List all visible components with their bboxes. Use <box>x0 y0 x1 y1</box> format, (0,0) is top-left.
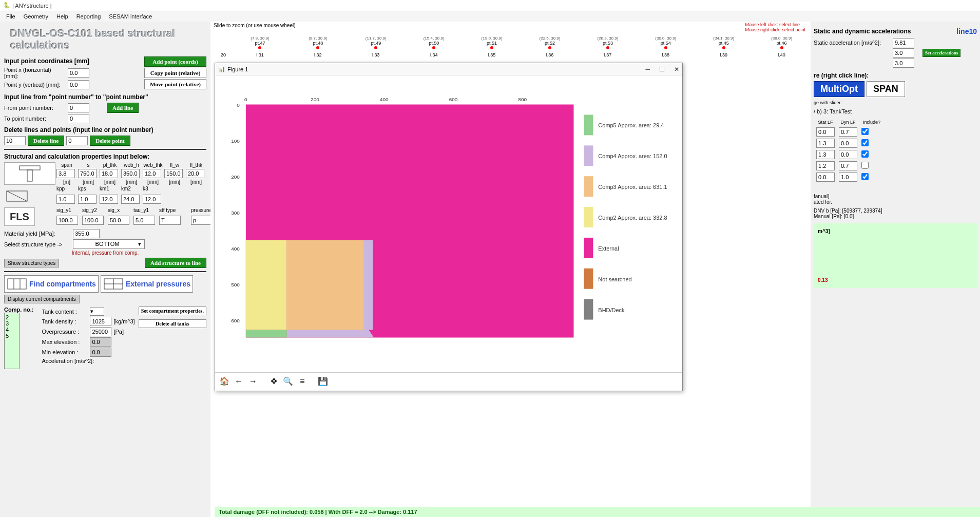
line-name: line10 <box>956 27 977 35</box>
dyn1-input[interactable] <box>893 48 914 58</box>
add-line-button[interactable]: Add line <box>107 103 139 113</box>
v-flt[interactable] <box>186 169 204 178</box>
del-line-input[interactable] <box>4 136 26 145</box>
comp-item[interactable]: 5 <box>6 333 18 339</box>
lf-5a[interactable] <box>816 173 835 182</box>
comp-item[interactable]: 2 <box>6 314 18 320</box>
v-span[interactable] <box>56 169 75 178</box>
add-point-button[interactable]: Add point (coords) <box>144 56 206 67</box>
add-structure-button[interactable]: Add structure to line <box>145 258 206 268</box>
structure-type-dropdown[interactable]: BOTTOM ▾ <box>73 239 145 249</box>
menu-help[interactable]: Help <box>52 13 72 20</box>
info5: m^3] <box>818 227 973 235</box>
pan-icon[interactable]: ✥ <box>267 375 280 388</box>
to-input[interactable] <box>68 114 89 123</box>
canvas-panel: Slide to zoom (or use mouse wheel) Mouse… <box>210 22 811 517</box>
v-sx[interactable] <box>108 216 129 225</box>
lf-4b[interactable] <box>839 161 857 170</box>
v-km2[interactable] <box>121 195 140 204</box>
h-sx: sig_x <box>108 207 132 215</box>
maximize-icon[interactable]: ☐ <box>659 66 665 73</box>
show-types-button[interactable]: Show structure types <box>4 259 59 267</box>
lf-5b[interactable] <box>839 173 857 182</box>
tank-density-input[interactable] <box>90 317 111 326</box>
plot-svg: 0 200 400 600 800 0 100 200 300 400 500 … <box>215 75 682 372</box>
menu-sesam[interactable]: SESAM interface <box>105 13 156 20</box>
display-compartments-button[interactable]: Display current compartments <box>4 295 80 303</box>
include-4[interactable] <box>861 162 869 169</box>
include-3[interactable] <box>861 150 869 158</box>
comp-list[interactable]: 2 3 4 5 <box>4 313 20 369</box>
delete-point-button[interactable]: Delete point <box>90 136 130 146</box>
v-k3[interactable] <box>143 195 161 204</box>
v-km1[interactable] <box>100 195 118 204</box>
lf-3b[interactable] <box>839 150 857 159</box>
dyn2-input[interactable] <box>893 59 914 68</box>
accel-title: Static and dynamic accelerations <box>814 28 911 35</box>
span-button[interactable]: SPAN <box>867 81 905 97</box>
lf-1a[interactable] <box>816 127 835 137</box>
stat-accel-input[interactable] <box>893 38 914 47</box>
v-wh[interactable] <box>121 169 140 178</box>
app-icon: 🐍 <box>3 2 10 9</box>
copy-point-button[interactable]: Copy point (relative) <box>144 68 206 78</box>
yield-input[interactable] <box>73 229 100 238</box>
comp-item[interactable]: 3 <box>6 320 18 327</box>
delete-line-button[interactable]: Delete line <box>28 136 64 146</box>
find-compartments-button[interactable]: Find compartments <box>4 275 99 293</box>
v-sy1[interactable] <box>56 216 78 225</box>
delete-tanks-button[interactable]: Delete all tanks <box>139 319 206 328</box>
multiopt-button[interactable]: MultiOpt <box>814 81 864 97</box>
svg-text:BHD/Deck: BHD/Deck <box>598 307 625 313</box>
home-icon[interactable]: 🏠 <box>218 375 230 388</box>
lf-3a[interactable] <box>816 150 835 159</box>
include-5[interactable] <box>861 173 869 180</box>
del-pt-input[interactable] <box>66 136 88 145</box>
zoom-icon[interactable]: 🔍 <box>282 375 294 388</box>
window-title: | ANYstructure | <box>12 3 52 9</box>
include-1[interactable] <box>861 128 869 135</box>
pt-y-input[interactable] <box>68 80 89 89</box>
menu-geometry[interactable]: Geometry <box>20 13 52 20</box>
h-kpp: kpp <box>56 186 77 194</box>
configure-icon[interactable]: ≡ <box>296 375 309 388</box>
overp-input[interactable] <box>90 327 111 336</box>
forward-icon[interactable]: → <box>247 375 259 388</box>
v-flw[interactable] <box>164 169 183 178</box>
lf-1b[interactable] <box>839 127 857 137</box>
menu-file[interactable]: File <box>2 13 20 20</box>
v-sy2[interactable] <box>82 216 104 225</box>
v-ps[interactable] <box>191 216 210 225</box>
set-accel-button[interactable]: Set accelerations <box>923 49 960 57</box>
v-stf[interactable] <box>159 216 181 225</box>
minimize-icon[interactable]: ─ <box>645 66 650 73</box>
v-s[interactable] <box>78 169 97 178</box>
include-2[interactable] <box>861 139 869 146</box>
v-kpp[interactable] <box>56 195 75 204</box>
lf-4a[interactable] <box>816 161 835 170</box>
from-input[interactable] <box>68 103 89 112</box>
tank-content-dropdown[interactable]: ▾ <box>90 308 104 316</box>
move-point-button[interactable]: Move point (relative) <box>144 79 206 89</box>
lf-2b[interactable] <box>839 139 857 148</box>
h-wh: web_h <box>121 162 142 168</box>
status-bar: Total damage (DFF not included): 0.058 |… <box>215 507 980 517</box>
back-icon[interactable]: ← <box>233 375 245 388</box>
comp-item[interactable]: 4 <box>6 327 18 333</box>
struct-section: Structural and calculation properties in… <box>4 153 206 160</box>
pt-x-input[interactable] <box>68 68 89 78</box>
plot-area[interactable]: 0 200 400 600 800 0 100 200 300 400 500 … <box>215 75 682 372</box>
close-icon[interactable]: ✕ <box>674 66 679 73</box>
v-pl[interactable] <box>100 169 118 178</box>
figure-titlebar[interactable]: 📊 Figure 1 ─ ☐ ✕ <box>215 63 682 75</box>
external-pressures-button[interactable]: External pressures <box>101 275 193 293</box>
menu-reporting[interactable]: Reporting <box>72 13 105 20</box>
set-comp-props-button[interactable]: Set compartment properties. <box>139 307 206 315</box>
lf-2a[interactable] <box>816 139 835 148</box>
h-flt: fl_thk <box>186 162 206 168</box>
svg-line-3 <box>7 191 27 201</box>
v-kps[interactable] <box>78 195 97 204</box>
v-tau[interactable] <box>133 216 155 225</box>
save-icon[interactable]: 💾 <box>317 375 329 388</box>
v-wt[interactable] <box>143 169 161 178</box>
